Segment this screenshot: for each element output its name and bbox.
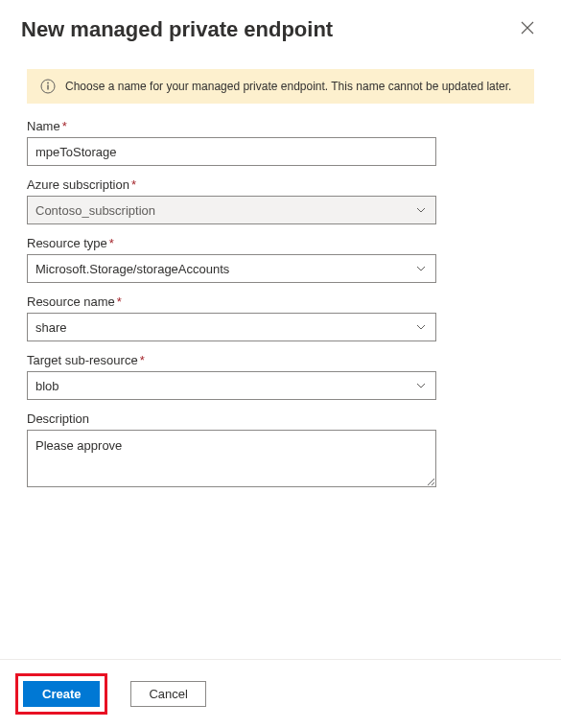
create-button[interactable]: Create <box>23 681 100 707</box>
resource-type-label: Resource type* <box>27 236 534 250</box>
description-input[interactable] <box>27 430 436 487</box>
subscription-select[interactable]: Contoso_subscription <box>27 196 436 224</box>
resource-name-select[interactable]: share <box>27 313 436 341</box>
description-label: Description <box>27 411 534 426</box>
target-sub-resource-label: Target sub-resource* <box>27 353 534 367</box>
required-indicator: * <box>109 236 114 250</box>
create-button-highlight: Create <box>15 673 107 715</box>
close-icon <box>521 22 534 37</box>
required-indicator: * <box>131 177 136 192</box>
info-banner: Choose a name for your managed private e… <box>27 69 534 104</box>
info-icon <box>40 79 56 94</box>
resource-name-value: share <box>35 320 67 335</box>
name-input[interactable] <box>27 137 436 166</box>
svg-point-1 <box>47 82 49 84</box>
close-button[interactable] <box>517 17 538 40</box>
cancel-button[interactable]: Cancel <box>130 681 205 707</box>
required-indicator: * <box>62 119 67 133</box>
resource-type-value: Microsoft.Storage/storageAccounts <box>35 262 229 276</box>
target-sub-resource-select[interactable]: blob <box>27 371 436 400</box>
subscription-label: Azure subscription* <box>27 177 534 192</box>
required-indicator: * <box>140 353 145 367</box>
name-label: Name* <box>27 119 534 133</box>
required-indicator: * <box>117 294 122 309</box>
resource-name-label: Resource name* <box>27 294 534 309</box>
page-title: New managed private endpoint <box>21 17 333 42</box>
info-message: Choose a name for your managed private e… <box>65 80 511 93</box>
target-sub-resource-value: blob <box>35 379 59 393</box>
subscription-value: Contoso_subscription <box>35 203 155 218</box>
svg-rect-2 <box>47 85 48 90</box>
resource-type-select[interactable]: Microsoft.Storage/storageAccounts <box>27 254 436 283</box>
